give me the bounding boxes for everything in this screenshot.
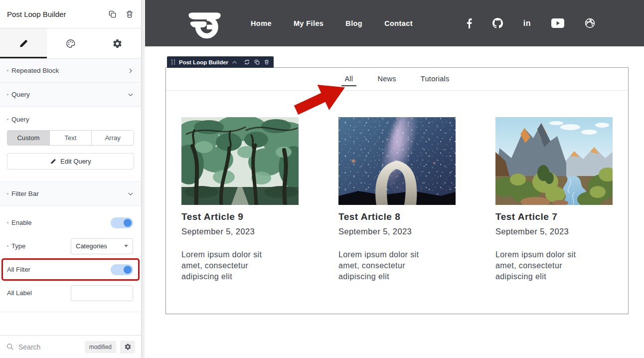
settings-sidebar: Post Loop Builder xyxy=(0,0,142,358)
tab-style[interactable] xyxy=(47,28,94,58)
bullet-dot xyxy=(7,245,8,247)
block-title: Post Loop Builder xyxy=(7,10,66,18)
post-loop-block[interactable]: All News Tutorials xyxy=(165,67,629,314)
pencil-icon xyxy=(50,158,56,165)
site-logo[interactable] xyxy=(184,7,225,40)
all-label-row: All Label xyxy=(0,281,141,305)
post-card[interactable]: Test Article 9 September 5, 2023 Lorem i… xyxy=(181,117,299,282)
nav-link-contact[interactable]: Contact xyxy=(384,19,413,27)
post-title[interactable]: Test Article 9 xyxy=(181,211,299,222)
caret-down-icon xyxy=(124,245,128,247)
chevron-right-icon xyxy=(127,67,134,74)
trash-icon xyxy=(125,9,134,19)
edit-query-label: Edit Query xyxy=(60,158,91,165)
post-excerpt: Lorem ipsum dolor sit amet, consectetur … xyxy=(338,249,433,282)
toggle-knob xyxy=(124,266,132,274)
social-links: in xyxy=(467,18,595,28)
section-label: Filter Bar xyxy=(11,190,39,197)
chevron-up-icon[interactable] xyxy=(232,60,237,64)
post-excerpt: Lorem ipsum dolor sit amet, consectetur … xyxy=(495,249,590,282)
drag-handle-icon[interactable] xyxy=(171,59,175,65)
footer-settings-button[interactable] xyxy=(120,341,135,354)
tab-settings[interactable] xyxy=(94,28,141,58)
duplicate-block-button[interactable] xyxy=(108,9,117,19)
gear-icon xyxy=(112,38,123,49)
facebook-icon[interactable] xyxy=(467,18,472,28)
category-filter-bar: All News Tutorials xyxy=(166,68,628,91)
post-card[interactable]: Test Article 7 September 5, 2023 Lorem i… xyxy=(495,117,613,282)
post-grid: Test Article 9 September 5, 2023 Lorem i… xyxy=(181,117,613,282)
youtube-icon[interactable] xyxy=(551,18,564,28)
bullet-dot xyxy=(7,119,8,120)
sidebar-footer: modified xyxy=(0,335,141,358)
all-filter-row: All Filter xyxy=(0,258,141,281)
sidebar-content: Repeated Block Query Query Custom Text A… xyxy=(0,59,141,335)
chevron-down-icon xyxy=(127,91,134,98)
modified-badge[interactable]: modified xyxy=(85,341,116,353)
bullet-dot xyxy=(7,193,8,194)
chevron-down-icon xyxy=(127,190,134,197)
bullet-dot xyxy=(7,222,8,223)
bullet-dot xyxy=(7,70,8,71)
enable-toggle[interactable] xyxy=(111,217,133,228)
github-icon[interactable] xyxy=(492,18,503,28)
copy-icon xyxy=(108,9,117,19)
nav-link-blog[interactable]: Blog xyxy=(345,19,362,27)
post-image-forest xyxy=(181,117,299,205)
linkedin-icon[interactable]: in xyxy=(523,19,531,28)
gear-icon xyxy=(124,343,132,351)
post-image-night-arch xyxy=(338,117,456,205)
editor-canvas: Home My Files Blog Contact in xyxy=(142,0,644,358)
palette-icon xyxy=(65,38,76,49)
bullet-dot xyxy=(7,94,8,95)
all-filter-label: All Filter xyxy=(7,266,30,273)
dribbble-icon[interactable] xyxy=(585,18,595,28)
delete-block-button[interactable] xyxy=(125,9,134,19)
type-select-value: Categories xyxy=(76,242,107,250)
canvas-edge xyxy=(142,0,145,358)
nav-link-home[interactable]: Home xyxy=(251,19,272,27)
filter-bar-panel: Enable Type Categories All Filter xyxy=(0,206,141,305)
query-option-text[interactable]: Text xyxy=(49,131,92,145)
edit-query-button[interactable]: Edit Query xyxy=(7,153,134,170)
all-label-label: All Label xyxy=(7,289,32,297)
filter-tab-tutorials[interactable]: Tutorials xyxy=(420,69,451,90)
section-query[interactable]: Query xyxy=(0,83,141,107)
enable-row: Enable xyxy=(0,211,141,234)
post-card[interactable]: Test Article 8 September 5, 2023 Lorem i… xyxy=(338,117,456,282)
search-input[interactable] xyxy=(18,343,81,351)
enable-label: Enable xyxy=(11,219,31,226)
query-panel: Query Custom Text Array Edit Query xyxy=(0,107,141,182)
section-filter-bar[interactable]: Filter Bar xyxy=(0,182,141,206)
tab-edit[interactable] xyxy=(0,28,47,58)
post-date: September 5, 2023 xyxy=(181,227,299,236)
query-inner-label: Query xyxy=(11,116,29,123)
block-toolbar-label[interactable]: Post Loop Builder xyxy=(179,59,228,65)
pencil-icon xyxy=(18,38,28,48)
section-label: Query xyxy=(11,91,30,98)
post-date: September 5, 2023 xyxy=(338,227,456,236)
page-builder-app: Post Loop Builder xyxy=(0,0,644,358)
post-image-mountain-river xyxy=(495,117,613,205)
refresh-icon[interactable] xyxy=(244,59,250,65)
query-option-custom[interactable]: Custom xyxy=(7,131,49,145)
all-label-input[interactable] xyxy=(71,285,133,301)
nav-links: Home My Files Blog Contact xyxy=(251,19,413,27)
copy-icon[interactable] xyxy=(254,59,260,65)
nav-link-my-files[interactable]: My Files xyxy=(294,19,323,27)
filter-tab-all[interactable]: All xyxy=(343,69,354,90)
filter-tab-news[interactable]: News xyxy=(376,69,397,90)
section-label: Repeated Block xyxy=(11,67,59,74)
all-filter-toggle[interactable] xyxy=(111,264,133,275)
type-select[interactable]: Categories xyxy=(71,238,133,254)
query-type-segmented-control: Custom Text Array xyxy=(7,130,134,146)
trash-icon[interactable] xyxy=(264,59,270,65)
sidebar-header: Post Loop Builder xyxy=(0,0,141,28)
section-repeated-block[interactable]: Repeated Block xyxy=(0,59,141,83)
post-date: September 5, 2023 xyxy=(495,227,613,236)
query-option-array[interactable]: Array xyxy=(91,131,134,145)
type-row: Type Categories xyxy=(0,234,141,258)
post-title[interactable]: Test Article 8 xyxy=(338,211,456,222)
toggle-knob xyxy=(124,219,132,227)
post-title[interactable]: Test Article 7 xyxy=(495,211,613,222)
